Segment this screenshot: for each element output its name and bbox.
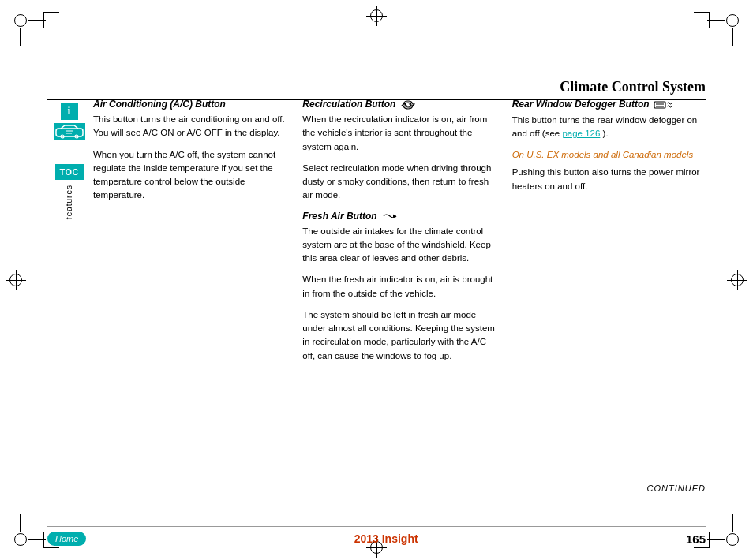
ac-icon bbox=[54, 123, 85, 140]
corner-tl bbox=[14, 14, 27, 27]
corner-tr bbox=[726, 14, 739, 27]
col3-para2: Pushing this button also turns the power… bbox=[512, 166, 706, 193]
col2-sec1-p2: Select recirculation mode when driving t… bbox=[302, 162, 496, 203]
reg-mark-top bbox=[370, 9, 383, 22]
col3-title: Rear Window Defogger Button bbox=[512, 99, 706, 110]
continued-label: CONTINUED bbox=[647, 483, 706, 493]
col2-sec1-p1: When the recirculation indicator is on, … bbox=[302, 113, 496, 154]
trim-mark-tl bbox=[43, 12, 59, 28]
info-icon: i bbox=[61, 103, 78, 120]
trim-mark-tr bbox=[694, 12, 710, 28]
orange-label: On U.S. EX models and all Canadian model… bbox=[512, 148, 706, 161]
page-link[interactable]: page 126 bbox=[562, 129, 600, 138]
col1-para2: When you turn the A/C off, the system ca… bbox=[93, 148, 287, 203]
svg-rect-5 bbox=[654, 102, 665, 108]
col2-sec2-title: Fresh Air Button bbox=[302, 211, 496, 222]
corner-bl bbox=[14, 533, 27, 546]
svg-rect-0 bbox=[56, 129, 83, 136]
col-3: Rear Window Defogger Button This button … bbox=[512, 91, 706, 493]
fresh-air-icon bbox=[382, 211, 398, 222]
content-area: Air Conditioning (A/C) Button This butto… bbox=[93, 91, 706, 493]
toc-button[interactable]: TOC bbox=[55, 164, 84, 180]
page-footer: Home 2013 Insight 165 bbox=[47, 526, 706, 546]
reg-mark-left bbox=[9, 274, 22, 286]
col3-para1: This button turns the rear window defogg… bbox=[512, 114, 706, 141]
sidebar: i TOC Features bbox=[47, 95, 91, 493]
col2-sec1-title: Recirculation Button bbox=[302, 99, 496, 110]
features-label: Features bbox=[65, 185, 73, 219]
col1-para1: This button turns the air conditioning o… bbox=[93, 113, 287, 140]
col1-title: Air Conditioning (A/C) Button bbox=[93, 99, 287, 110]
col-1: Air Conditioning (A/C) Button This butto… bbox=[93, 91, 287, 493]
corner-br bbox=[726, 533, 739, 546]
defogger-icon bbox=[654, 99, 674, 110]
col-2: Recirculation Button When the recirculat… bbox=[302, 91, 496, 493]
footer-title: 2013 Insight bbox=[354, 532, 418, 545]
page-number: 165 bbox=[686, 532, 706, 546]
reg-mark-right bbox=[731, 274, 744, 286]
col2-sec2-p1: The outside air intakes for the climate … bbox=[302, 225, 496, 266]
col2-sec2-p3: The system should be left in fresh air m… bbox=[302, 308, 496, 363]
home-button[interactable]: Home bbox=[47, 532, 86, 546]
recirc-icon bbox=[401, 99, 415, 110]
col2-sec2-p2: When the fresh air indicator is on, air … bbox=[302, 273, 496, 301]
columns: Air Conditioning (A/C) Button This butto… bbox=[93, 91, 706, 493]
